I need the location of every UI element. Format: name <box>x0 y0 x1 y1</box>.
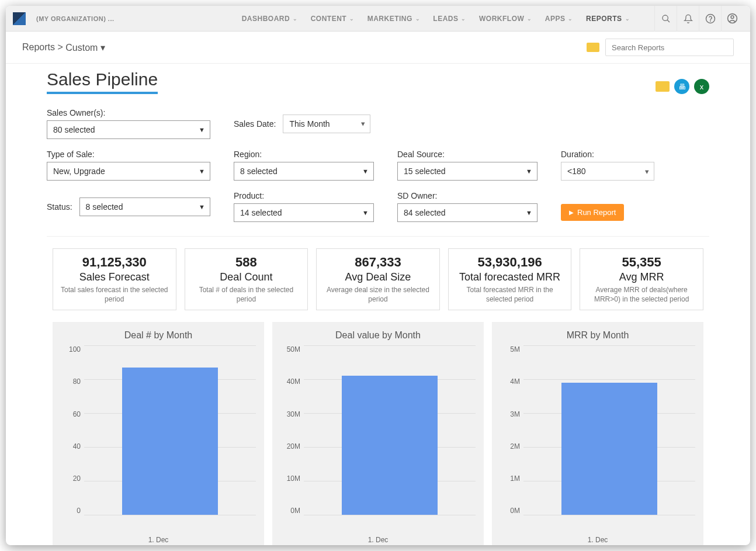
filter-region: Region: 8 selected <box>234 150 374 181</box>
svg-point-0 <box>663 15 668 20</box>
user-icon[interactable] <box>721 6 743 32</box>
chart-plot-area <box>304 345 476 515</box>
export-excel-icon[interactable]: x <box>694 79 709 94</box>
svg-point-3 <box>710 20 710 21</box>
top-navbar: (MY ORGANIZATION) ... DASHBOARD⌄ CONTENT… <box>6 6 750 32</box>
title-row: Sales Pipeline 🖶 x <box>6 64 750 94</box>
kpi-title: Avg Deal Size <box>324 271 432 283</box>
filter-label: Type of Sale: <box>47 150 210 159</box>
kpi-row: 91,125,330 Sales Forecast Total sales fo… <box>6 237 750 322</box>
chart-title: Deal # by Month <box>61 330 256 341</box>
nav-marketing[interactable]: MARKETING⌄ <box>367 15 421 23</box>
nav-apps[interactable]: APPS⌄ <box>545 15 573 23</box>
print-icon[interactable]: 🖶 <box>674 79 689 94</box>
search-input[interactable] <box>605 39 734 56</box>
filter-duration: Duration: <180 <box>561 150 678 181</box>
chevron-down-icon: ⌄ <box>349 16 355 22</box>
charts-row: Deal # by Month 100806040200 1. Dec Deal… <box>6 322 750 545</box>
filter-label: Region: <box>234 150 374 159</box>
chart-x-label: 1. Dec <box>500 536 695 544</box>
filter-sd-owner: SD Owner: 84 selected <box>397 191 537 222</box>
chevron-down-icon: ⌄ <box>293 16 298 22</box>
chart-x-label: 1. Dec <box>280 536 476 544</box>
status-select[interactable]: 8 selected <box>79 197 210 216</box>
sales-owners-select[interactable]: 80 selected <box>47 120 210 139</box>
kpi-subtitle: Average deal size in the selected period <box>324 286 432 304</box>
kpi-subtitle: Total sales forecast in the selected per… <box>60 286 169 304</box>
chart-bar <box>342 376 438 515</box>
sales-date-select[interactable]: This Month <box>283 115 370 133</box>
kpi-deal-count: 588 Deal Count Total # of deals in the s… <box>185 248 308 310</box>
chart-y-axis: 50M40M30M20M10M0M <box>280 345 304 515</box>
help-icon[interactable] <box>699 6 721 32</box>
chart-0: Deal # by Month 100806040200 1. Dec <box>53 322 264 545</box>
filter-label: Deal Source: <box>397 150 537 159</box>
duration-select[interactable]: <180 <box>561 162 654 181</box>
filter-status: Status: 8 selected <box>47 191 210 222</box>
filter-sales-owners: Sales Owner(s): 80 selected <box>47 108 210 139</box>
kpi-value: 867,333 <box>324 255 432 270</box>
kpi-title: Total forecasted MRR <box>456 271 564 283</box>
product-select[interactable]: 14 selected <box>234 203 374 222</box>
app-logo-icon <box>13 12 26 25</box>
chart-title: MRR by Month <box>500 330 695 341</box>
kpi-title: Deal Count <box>192 271 301 283</box>
kpi-total-mrr: 53,930,196 Total forecasted MRR Total fo… <box>448 248 572 310</box>
nav-menu: DASHBOARD⌄ CONTENT⌄ MARKETING⌄ LEADS⌄ WO… <box>242 6 743 32</box>
bell-icon[interactable] <box>677 6 699 32</box>
kpi-value: 55,355 <box>587 255 696 270</box>
page-title: Sales Pipeline <box>47 70 158 94</box>
filter-product: Product: 14 selected <box>234 191 374 222</box>
filter-label: SD Owner: <box>397 191 537 200</box>
filter-label: Sales Date: <box>234 119 276 129</box>
deal-source-select[interactable]: 15 selected <box>397 162 537 181</box>
chart-2: MRR by Month 5M4M3M2M1M0M 1. Dec <box>492 322 703 545</box>
region-select[interactable]: 8 selected <box>234 162 374 181</box>
filter-type-of-sale: Type of Sale: New, Upgrade <box>47 150 210 181</box>
nav-reports[interactable]: REPORTS⌄ <box>586 15 630 23</box>
svg-line-1 <box>667 20 670 22</box>
filter-label: Product: <box>234 191 374 200</box>
nav-leads[interactable]: LEADS⌄ <box>433 15 466 23</box>
chart-y-axis: 100806040200 <box>61 345 84 515</box>
breadcrumb: Reports > Custom ▾ <box>6 32 750 64</box>
kpi-sales-forecast: 91,125,330 Sales Forecast Total sales fo… <box>53 248 176 310</box>
breadcrumb-sep: > <box>57 42 63 53</box>
chart-title: Deal value by Month <box>280 330 476 341</box>
run-report-button[interactable]: Run Report <box>561 204 624 221</box>
kpi-subtitle: Average MRR of deals(where MRR>0) in the… <box>587 286 696 304</box>
chart-bar <box>122 368 219 515</box>
filter-label: Sales Owner(s): <box>47 108 210 117</box>
nav-content[interactable]: CONTENT⌄ <box>311 15 355 23</box>
filter-label: Status: <box>47 202 72 212</box>
filters: Sales Owner(s): 80 selected Sales Date: … <box>6 94 750 236</box>
nav-workflow[interactable]: WORKFLOW⌄ <box>479 15 532 23</box>
filter-sales-date: Sales Date: This Month <box>234 108 678 139</box>
breadcrumb-root[interactable]: Reports <box>22 42 55 53</box>
kpi-value: 91,125,330 <box>60 255 169 270</box>
chart-y-axis: 5M4M3M2M1M0M <box>500 345 523 515</box>
breadcrumb-current[interactable]: Custom ▾ <box>65 42 105 53</box>
save-folder-icon[interactable] <box>656 81 670 92</box>
filter-label: Duration: <box>561 150 678 159</box>
chevron-down-icon: ⌄ <box>461 16 466 22</box>
search-icon[interactable] <box>654 6 677 32</box>
kpi-subtitle: Total # of deals in the selected period <box>192 286 301 304</box>
type-of-sale-select[interactable]: New, Upgrade <box>47 162 210 181</box>
kpi-title: Sales Forecast <box>60 271 169 283</box>
nav-dashboard[interactable]: DASHBOARD⌄ <box>242 15 298 23</box>
folder-icon[interactable] <box>587 43 599 52</box>
kpi-subtitle: Total forecasted MRR in the selected per… <box>456 286 564 304</box>
kpi-value: 588 <box>192 255 301 270</box>
kpi-value: 53,930,196 <box>456 255 564 270</box>
chart-x-label: 1. Dec <box>61 536 256 544</box>
kpi-title: Avg MRR <box>587 271 696 283</box>
chevron-down-icon: ⌄ <box>527 16 532 22</box>
kpi-avg-deal-size: 867,333 Avg Deal Size Average deal size … <box>316 248 440 310</box>
org-selector[interactable]: (MY ORGANIZATION) ... <box>36 15 115 22</box>
chevron-down-icon: ⌄ <box>625 16 630 22</box>
svg-point-5 <box>731 16 734 19</box>
svg-point-2 <box>706 14 715 23</box>
chevron-down-icon: ⌄ <box>415 16 421 22</box>
sd-owner-select[interactable]: 84 selected <box>397 203 537 222</box>
